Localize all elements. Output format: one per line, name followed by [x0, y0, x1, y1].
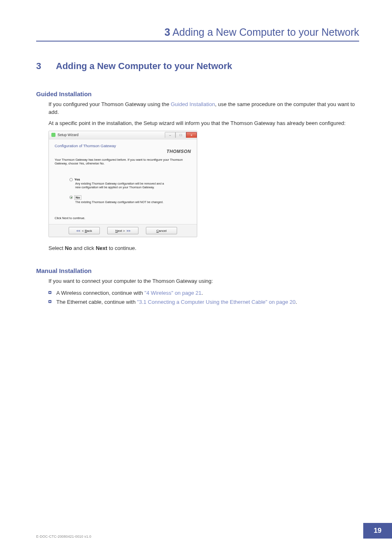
- radio-yes-label: Yes: [74, 178, 80, 181]
- list-item: The Ethernet cable, continue with "3.1 C…: [48, 298, 359, 307]
- radio-no[interactable]: [69, 196, 73, 199]
- section-heading-guided: Guided Installation: [36, 90, 359, 97]
- link-wireless-chapter[interactable]: "4 Wireless" on page 21: [145, 290, 202, 296]
- chapter-title: Adding a New Computer to your Network: [56, 61, 232, 71]
- page-content: 3Adding a New Computer to your Network G…: [36, 61, 359, 307]
- wizard-app-icon: [51, 133, 55, 137]
- link-ethernet-section[interactable]: "3.1 Connecting a Computer Using the Eth…: [137, 299, 296, 305]
- wizard-brand: THOMSON: [55, 149, 191, 154]
- guided-after-wizard: Select No and click Next to continue.: [48, 245, 359, 252]
- wizard-body: Configuration of Thomson Gateway THOMSON…: [49, 139, 197, 224]
- wizard-continue-hint: Click Next to continue.: [55, 216, 191, 220]
- wizard-footer: << < Back Next > >> Cancel: [49, 224, 197, 237]
- link-guided-installation[interactable]: Guided Installation: [171, 101, 215, 107]
- manual-bullets: A Wireless connection, continue with "4 …: [48, 289, 359, 307]
- guided-para-1: If you configured your Thomson Gateway u…: [48, 101, 359, 116]
- wizard-intro-text: Your Thomson Gateway has been configured…: [55, 158, 191, 166]
- page-number: 19: [363, 523, 392, 539]
- bullet-icon: [48, 300, 51, 303]
- wizard-titlebar: Setup Wizard – □ x: [49, 131, 197, 139]
- section-heading-manual: Manual Installation: [36, 267, 359, 274]
- minimize-button[interactable]: –: [165, 132, 175, 138]
- radio-no-label: No: [74, 195, 81, 200]
- back-chevrons-icon: <<: [76, 229, 80, 233]
- setup-wizard-screenshot: Setup Wizard – □ x Configuration of Thom…: [48, 131, 359, 238]
- chapter-number: 3: [36, 61, 56, 72]
- manual-intro: If you want to connect your computer to …: [48, 278, 359, 285]
- document-id: E-DOC-CTC-20080421-0010 v1.0: [36, 534, 91, 539]
- wizard-option-yes[interactable]: Yes Any existing Thomson Gateway configu…: [69, 178, 191, 189]
- next-button[interactable]: Next > >>: [107, 227, 138, 234]
- guided-para-2: At a specific point in the installation,…: [48, 120, 359, 127]
- chapter-heading: 3Adding a New Computer to your Network: [36, 61, 359, 72]
- page-running-header: 3 Adding a New Computer to your Network: [36, 26, 359, 42]
- header-number: 3: [164, 26, 170, 38]
- page-footer: E-DOC-CTC-20080421-0010 v1.0 19: [0, 523, 392, 539]
- wizard-heading: Configuration of Thomson Gateway: [55, 143, 191, 148]
- close-button[interactable]: x: [186, 132, 197, 138]
- maximize-button[interactable]: □: [175, 132, 186, 138]
- cancel-button[interactable]: Cancel: [146, 227, 177, 234]
- radio-no-desc: The existing Thomson Gateway configurati…: [75, 201, 170, 204]
- radio-yes[interactable]: [69, 178, 73, 181]
- back-button[interactable]: << < Back: [69, 227, 100, 234]
- radio-yes-desc: Any existing Thomson Gateway configurati…: [75, 182, 170, 189]
- bullet-icon: [48, 291, 51, 294]
- list-item: A Wireless connection, continue with "4 …: [48, 289, 359, 298]
- wizard-option-no[interactable]: No The existing Thomson Gateway configur…: [69, 195, 191, 204]
- next-chevrons-icon: >>: [127, 229, 130, 233]
- wizard-title-text: Setup Wizard: [58, 133, 78, 137]
- wizard-options: Yes Any existing Thomson Gateway configu…: [69, 178, 191, 204]
- wizard-window: Setup Wizard – □ x Configuration of Thom…: [48, 131, 197, 238]
